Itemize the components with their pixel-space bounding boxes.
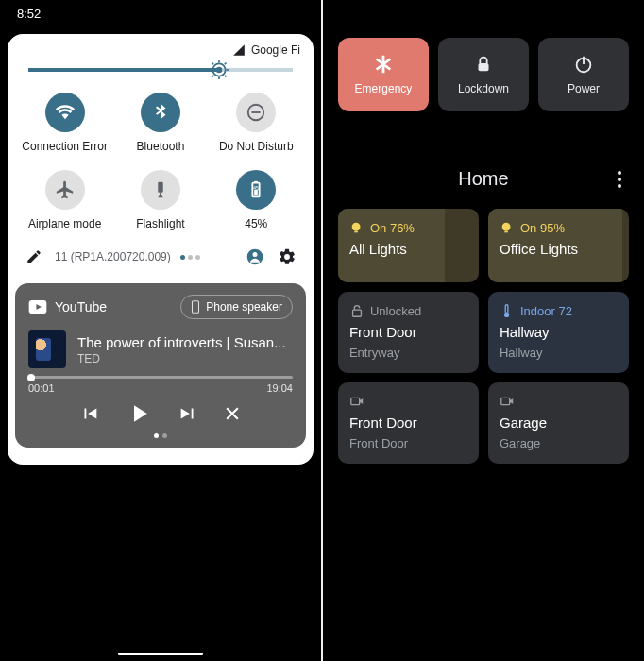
batt-icon: 45 — [236, 170, 276, 210]
svg-rect-12 — [158, 182, 163, 193]
media-subtitle: TED — [77, 352, 293, 365]
device-card-cam[interactable]: Garage Garage — [488, 382, 629, 464]
svg-line-7 — [224, 76, 226, 77]
device-name: All Lights — [349, 241, 467, 257]
device-name: Garage — [500, 415, 618, 431]
svg-point-27 — [352, 223, 361, 231]
slider-track — [28, 68, 293, 72]
right-phone: Emergency Lockdown Power Home On 76% All… — [323, 0, 644, 661]
pager-dot — [154, 433, 159, 438]
qs-tile-wifi[interactable]: Connection Error — [17, 93, 112, 153]
tile-label: Airplane mode — [28, 217, 101, 230]
svg-point-26 — [618, 184, 621, 188]
media-pager — [28, 433, 293, 438]
svg-rect-34 — [351, 398, 360, 404]
dnd-icon — [236, 93, 276, 132]
svg-line-6 — [212, 63, 213, 65]
device-status — [500, 394, 618, 409]
svg-line-9 — [224, 63, 226, 65]
footer-row: 11 (RP1A.200720.009) — [8, 236, 314, 274]
gear-icon[interactable] — [276, 246, 298, 268]
media-seekbar[interactable] — [28, 376, 293, 379]
device-status: On 76% — [349, 220, 467, 235]
brightness-slider[interactable] — [8, 62, 314, 81]
brightness-icon[interactable] — [210, 60, 229, 79]
play-button[interactable] — [125, 399, 153, 428]
qs-tile-dnd[interactable]: Do Not Disturb — [209, 93, 304, 153]
bt-icon — [141, 93, 180, 132]
device-zone: Hallway — [500, 346, 618, 360]
power-asterisk-button[interactable]: Emergency — [338, 38, 429, 111]
device-card-cam[interactable]: Front Door Front Door — [338, 382, 479, 464]
power-menu: Emergency Lockdown Power — [338, 38, 629, 111]
svg-rect-30 — [504, 231, 508, 233]
device-zone: Front Door — [349, 436, 467, 450]
device-name: Front Door — [349, 415, 467, 431]
svg-point-18 — [252, 252, 257, 257]
left-phone: 8:52 Google Fi Connection Error Blueto — [0, 0, 321, 661]
power-lock-button[interactable]: Lockdown — [438, 38, 529, 111]
svg-rect-20 — [193, 301, 199, 314]
device-status: On 95% — [500, 220, 618, 235]
page-dots — [180, 255, 200, 260]
media-title: The power of introverts | Susan... — [77, 334, 293, 350]
plane-icon — [45, 170, 85, 210]
slider-fill — [28, 68, 219, 72]
total-time: 19:04 — [266, 382, 293, 394]
edit-icon[interactable] — [23, 246, 45, 268]
svg-point-29 — [502, 223, 511, 231]
carrier-row: Google Fi — [8, 43, 314, 62]
quick-settings-panel: Google Fi Connection Error Bluetooth — [8, 34, 314, 465]
qs-tile-bt[interactable]: Bluetooth — [112, 93, 208, 153]
svg-point-24 — [618, 171, 621, 175]
device-name: Front Door — [349, 324, 467, 340]
flash-icon — [141, 170, 180, 210]
tile-label: Do Not Disturb — [219, 140, 294, 153]
pager-dot — [162, 433, 167, 438]
page-dot — [195, 255, 200, 260]
device-card-light[interactable]: On 76% All Lights — [338, 209, 479, 282]
device-zone: Entryway — [349, 346, 467, 360]
svg-point-33 — [504, 313, 509, 317]
tile-label: 45% — [245, 217, 267, 230]
output-label: Phone speaker — [206, 300, 282, 314]
home-indicator — [118, 653, 203, 655]
qs-tile-plane[interactable]: Airplane mode — [17, 170, 112, 230]
next-button[interactable] — [178, 403, 198, 424]
page-dot — [188, 255, 193, 260]
device-zone: Garage — [500, 436, 618, 450]
build-label: 11 (RP1A.200720.009) — [55, 250, 171, 263]
phone-icon — [191, 300, 200, 314]
device-status: Indoor 72 — [500, 303, 618, 318]
svg-line-8 — [212, 76, 213, 77]
svg-rect-28 — [354, 231, 358, 233]
prev-button[interactable] — [79, 403, 100, 424]
page-dot — [180, 255, 185, 260]
svg-rect-32 — [505, 305, 508, 314]
media-app: YouTube — [28, 299, 107, 314]
more-icon[interactable] — [602, 171, 621, 188]
wallpaper-hint — [0, 576, 321, 661]
device-card-light[interactable]: On 95% Office Lights — [488, 209, 629, 282]
qs-tile-batt[interactable]: 45 45% — [209, 170, 304, 230]
qs-tile-flash[interactable]: Flashlight — [112, 170, 208, 230]
close-button[interactable] — [223, 404, 242, 423]
user-icon[interactable] — [244, 246, 266, 268]
seekbar-knob[interactable] — [27, 374, 35, 381]
svg-rect-14 — [254, 181, 258, 183]
output-chip[interactable]: Phone speaker — [180, 295, 293, 319]
svg-rect-31 — [353, 310, 362, 316]
device-card-lock[interactable]: Unlocked Front Door Entryway — [338, 292, 479, 373]
device-grid: On 76% All Lights On 95% Office Lights U… — [338, 209, 629, 464]
device-name: Hallway — [500, 324, 618, 340]
youtube-icon — [28, 300, 47, 314]
device-card-therm[interactable]: Indoor 72 Hallway Hallway — [488, 292, 629, 373]
media-app-label: YouTube — [55, 299, 107, 314]
svg-rect-21 — [478, 63, 488, 71]
power-power-button[interactable]: Power — [538, 38, 629, 111]
svg-text:45: 45 — [253, 185, 259, 191]
power-label: Lockdown — [458, 82, 509, 95]
tile-label: Flashlight — [136, 217, 184, 230]
home-title: Home — [364, 168, 602, 190]
device-name: Office Lights — [500, 241, 618, 257]
